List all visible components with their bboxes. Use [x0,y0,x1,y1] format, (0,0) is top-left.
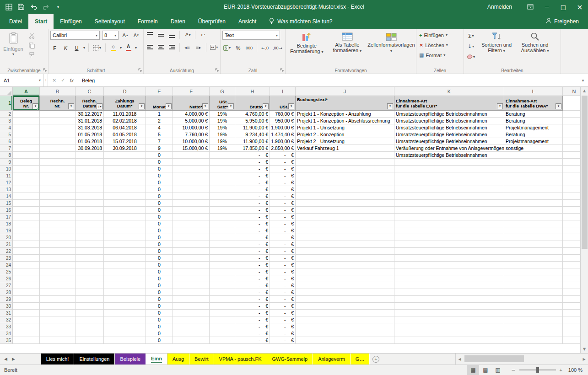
sheet-tab-einstellungen[interactable]: Einstellungen [74,354,115,364]
cell-L13[interactable] [504,186,563,193]
align-top-icon[interactable] [146,31,154,39]
cell-K23[interactable] [394,255,504,262]
share-button[interactable]: Freigeben [541,16,583,27]
cell-I11[interactable]: - € [270,172,296,179]
cell-K30[interactable] [394,303,504,310]
cell-A31[interactable] [13,310,40,316]
sheet-tab-lies-mich-[interactable]: Lies mich! [41,354,75,364]
cell-C14[interactable] [76,193,104,200]
cell-B2[interactable] [40,111,76,118]
column-header-D[interactable]: D [104,87,146,96]
sheet-tab-gwg-sammelp[interactable]: GWG-Sammelp [267,354,313,364]
cell-G6[interactable]: 19% [210,138,235,145]
ribbon-tab-datei[interactable]: Datei [3,14,28,29]
cell-I1[interactable]: USt.▾ [270,96,296,111]
cell-G9[interactable] [210,159,235,166]
fill-button[interactable]: ↓▾ [466,42,476,51]
cell-H17[interactable]: - € [235,214,270,220]
cell-I29[interactable]: - € [270,296,296,303]
cell-G29[interactable] [210,296,235,303]
cell-E19[interactable]: 0 [146,227,173,234]
cell-N2[interactable] [563,111,580,118]
cell-L22[interactable] [504,248,563,255]
filter-button-L[interactable]: ▾ [556,103,561,109]
cell-F19[interactable] [173,227,210,234]
underline-button[interactable]: U [72,43,81,52]
cell-A30[interactable] [13,303,40,310]
orientation-icon[interactable]: ↗▾ [183,31,192,39]
cell-C2[interactable]: 30.12.2017 [76,111,104,118]
cell-H18[interactable]: - € [235,220,270,227]
cell-C5[interactable]: 01.05.2018 [76,131,104,138]
cell-B11[interactable] [40,172,76,179]
cell-I18[interactable]: - € [270,220,296,227]
row-number-19[interactable]: 19 [0,227,13,234]
cell-E10[interactable]: 0 [146,166,173,172]
cell-C1[interactable]: Rechn. Datum↓▾ [76,96,104,111]
cell-E7[interactable]: 9 [146,145,173,152]
cell-G26[interactable] [210,275,235,282]
number-dialog-launcher[interactable] [280,68,285,73]
cell-K19[interactable] [394,227,504,234]
sheet-tab-vpma-pausch-fk[interactable]: VPMA - pausch.FK [214,354,267,364]
column-header-E[interactable]: E [146,87,173,96]
row-number-12[interactable]: 12 [0,179,13,186]
cell-N29[interactable] [563,296,580,303]
cell-N31[interactable] [563,310,580,316]
cell-E16[interactable]: 0 [146,207,173,214]
zoom-slider-thumb[interactable] [536,367,539,373]
cell-E30[interactable]: 0 [146,303,173,310]
copy-icon[interactable] [27,41,37,49]
cell-H6[interactable]: 11.900,00 € [235,138,270,145]
cell-G5[interactable]: 19% [210,131,235,138]
cell-D24[interactable] [104,262,146,268]
cell-G35[interactable] [210,337,235,344]
cell-E3[interactable]: 2 [146,118,173,124]
cell-C9[interactable] [76,159,104,166]
cell-I17[interactable]: - € [270,214,296,220]
cell-D6[interactable]: 15.07.2018 [104,138,146,145]
cell-A29[interactable] [13,296,40,303]
cell-H12[interactable]: - € [235,179,270,186]
cell-A16[interactable] [13,207,40,214]
cell-F2[interactable]: 4.000,00 € [173,111,210,118]
cell-N19[interactable] [563,227,580,234]
cell-D27[interactable] [104,282,146,289]
cell-H31[interactable]: - € [235,310,270,316]
tell-me-box[interactable]: Was möchten Sie tun? [263,14,339,29]
cell-N34[interactable] [563,330,580,337]
cell-L11[interactable] [504,172,563,179]
format-as-table-button[interactable]: Als Tabelle formatieren ▾ [328,31,367,66]
cell-E31[interactable]: 0 [146,310,173,316]
cell-D20[interactable] [104,234,146,241]
cell-H33[interactable]: - € [235,323,270,330]
cell-J1[interactable]: Buchungstext*▾ [296,96,394,111]
cell-I28[interactable]: - € [270,289,296,296]
cell-I31[interactable]: - € [270,310,296,316]
cell-B35[interactable] [40,337,76,344]
sheet-tab-beispiele[interactable]: Beispiele [115,354,146,364]
filter-button-H[interactable]: ▾ [263,103,269,109]
wrap-text-icon[interactable]: ↩ [199,31,207,39]
cell-B4[interactable] [40,124,76,131]
ribbon-tab-daten[interactable]: Daten [164,14,192,29]
cell-K13[interactable] [394,186,504,193]
cell-E5[interactable]: 5 [146,131,173,138]
cell-N11[interactable] [563,172,580,179]
cell-E1[interactable]: Monat▾ [146,96,173,111]
undo-icon[interactable] [29,3,38,11]
cell-B20[interactable] [40,234,76,241]
align-left-icon[interactable] [146,43,154,52]
page-break-view-icon[interactable]: ▥ [491,365,504,375]
cell-G11[interactable] [210,172,235,179]
vertical-scrollbar[interactable]: ▲ ▼ [580,87,588,353]
cell-I30[interactable]: - € [270,303,296,310]
cell-N9[interactable] [563,159,580,166]
cell-K6[interactable]: Umsatzsteuerpflichtige Betriebseinnahmen [394,138,504,145]
cell-A28[interactable] [13,289,40,296]
cell-F21[interactable] [173,241,210,248]
cell-K25[interactable] [394,268,504,275]
format-painter-icon[interactable] [27,51,37,59]
cell-N8[interactable] [563,152,580,159]
cell-A15[interactable] [13,200,40,207]
